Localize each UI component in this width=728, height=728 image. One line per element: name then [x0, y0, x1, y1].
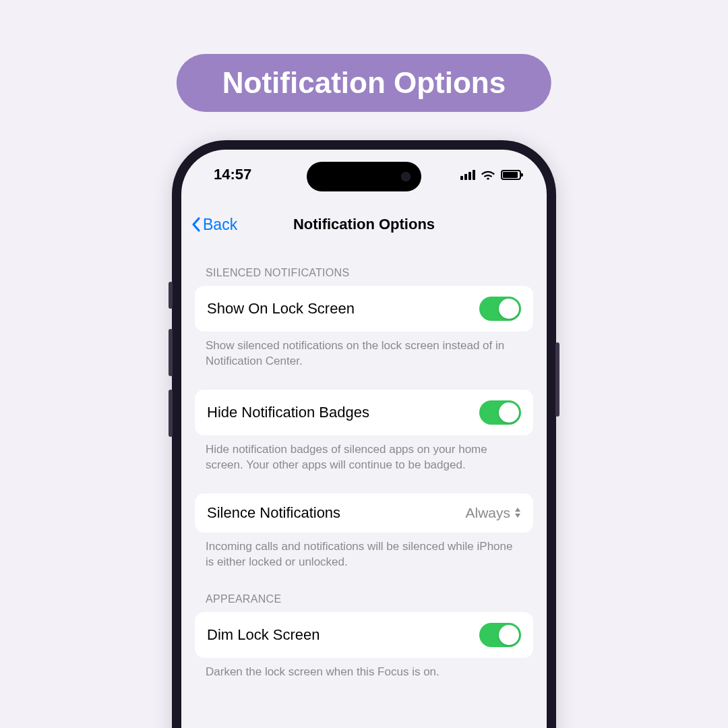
- section-header-silenced: SILENCED NOTIFICATIONS: [195, 249, 533, 286]
- show-on-lock-screen-footer: Show silenced notifications on the lock …: [195, 332, 533, 375]
- chevron-left-icon: [191, 216, 202, 233]
- dim-lock-screen-footer: Darken the lock screen when this Focus i…: [195, 658, 533, 686]
- hide-notification-badges-row[interactable]: Hide Notification Badges: [195, 390, 533, 435]
- volume-down-button: [169, 390, 173, 437]
- silence-notifications-footer: Incoming calls and notifications will be…: [195, 533, 533, 576]
- status-time: 14:57: [214, 166, 251, 183]
- banner-pill: Notification Options: [177, 54, 551, 112]
- camera-icon: [401, 172, 411, 181]
- dim-lock-screen-toggle[interactable]: [479, 623, 521, 647]
- dim-lock-screen-row[interactable]: Dim Lock Screen: [195, 612, 533, 658]
- navigation-bar: Back Notification Options: [181, 208, 547, 241]
- cellular-icon: [460, 169, 475, 180]
- phone-frame: 14:57 Back Notification Options: [172, 140, 556, 728]
- settings-content: SILENCED NOTIFICATIONS Show On Lock Scre…: [181, 249, 547, 728]
- power-button: [555, 342, 559, 417]
- back-button[interactable]: Back: [191, 216, 237, 234]
- show-on-lock-screen-toggle[interactable]: [479, 297, 521, 321]
- silence-notifications-row[interactable]: Silence Notifications Always: [195, 493, 533, 533]
- dynamic-island: [307, 162, 421, 191]
- mute-switch: [169, 282, 173, 309]
- hide-notification-badges-label: Hide Notification Badges: [207, 404, 369, 421]
- battery-icon: [501, 170, 521, 180]
- page-title: Notification Options: [293, 216, 435, 233]
- hide-notification-badges-footer: Hide notification badges of silenced app…: [195, 435, 533, 479]
- silence-notifications-label: Silence Notifications: [207, 504, 340, 522]
- back-label: Back: [203, 216, 237, 234]
- status-icons: [460, 169, 521, 180]
- phone-screen: 14:57 Back Notification Options: [181, 150, 547, 728]
- volume-up-button: [169, 329, 173, 376]
- silence-notifications-value: Always: [465, 505, 521, 521]
- section-header-appearance: APPEARANCE: [195, 576, 533, 612]
- show-on-lock-screen-label: Show On Lock Screen: [207, 300, 355, 317]
- up-down-chevron-icon: [514, 508, 521, 518]
- hide-notification-badges-toggle[interactable]: [479, 400, 521, 425]
- wifi-icon: [481, 169, 495, 180]
- show-on-lock-screen-row[interactable]: Show On Lock Screen: [195, 286, 533, 332]
- dim-lock-screen-label: Dim Lock Screen: [207, 626, 320, 644]
